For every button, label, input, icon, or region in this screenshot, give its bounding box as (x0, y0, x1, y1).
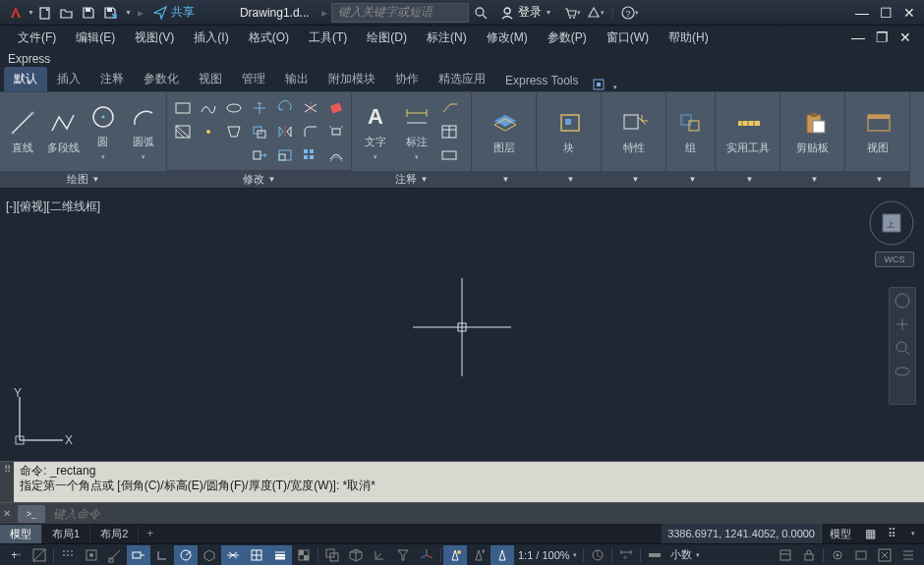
osnap-tracking-icon[interactable] (221, 545, 245, 565)
coordinates-readout[interactable]: 3386.6971, 1241.4052, 0.0000 (662, 524, 821, 543)
ribbon-tab-insert[interactable]: 插入 (47, 67, 90, 91)
tool-view[interactable]: 视图 (850, 96, 905, 167)
command-input[interactable] (49, 507, 924, 521)
autodesk-icon[interactable]: ▾ (584, 3, 607, 23)
grid-display-icon[interactable]: ▦ (859, 524, 881, 543)
ribbon-tab-parametric[interactable]: 参数化 (134, 67, 189, 91)
command-history[interactable]: 命令: _rectang 指定第一个角点或 [倒角(C)/标高(E)/圆角(F)… (14, 462, 924, 502)
ribbon-feature-icon[interactable] (588, 78, 609, 91)
panel-block-title[interactable]: ▼ (537, 171, 601, 188)
tool-line[interactable]: 直线 (4, 96, 42, 167)
units-dropdown-arrow[interactable]: ▾ (696, 551, 700, 559)
menu-param[interactable]: 参数(P) (538, 27, 597, 49)
ribbon-tab-annotate[interactable]: 注释 (90, 67, 134, 91)
tool-annot3[interactable] (438, 144, 462, 166)
tool-arc[interactable]: 圆弧▾ (124, 96, 162, 167)
autoscale-icon[interactable] (467, 545, 491, 565)
ortho-mode-icon[interactable] (150, 545, 174, 565)
qat-open-icon[interactable] (57, 3, 77, 23)
menu-help[interactable]: 帮助(H) (659, 27, 719, 49)
share-button[interactable]: 共享 (153, 4, 195, 21)
wcs-badge[interactable]: WCS (875, 252, 914, 267)
annotation-visibility-icon[interactable] (443, 545, 467, 565)
selection-filter-icon[interactable] (391, 545, 415, 565)
tool-polyline[interactable]: 多段线 (44, 96, 83, 167)
minimize-button[interactable]: — (851, 4, 873, 22)
tool-utilities[interactable]: 实用工具 (721, 96, 776, 167)
doc-restore-button[interactable]: ❐ (871, 28, 893, 46)
qat-save-icon[interactable] (79, 3, 98, 23)
tool-mirror[interactable] (273, 121, 297, 142)
menu-insert[interactable]: 插入(I) (184, 27, 238, 49)
tool-dimension[interactable]: 标注▾ (397, 96, 436, 167)
tool-stretch[interactable] (248, 144, 271, 166)
viewport-label[interactable]: [-][俯视][二维线框] (6, 198, 100, 215)
ribbon-tab-default[interactable]: 默认 (4, 67, 47, 91)
grid-settings-icon[interactable]: ⠿ (881, 524, 902, 543)
doc-minimize-button[interactable]: — (847, 28, 869, 46)
status-add-button[interactable]: +▫ (4, 545, 28, 565)
panel-modify-title[interactable]: 修改▼ (167, 170, 351, 188)
nav-zoom-icon[interactable] (894, 339, 911, 357)
cmd-handle-icon[interactable]: ⠿ (0, 464, 14, 475)
view-cube[interactable]: 上 (867, 198, 916, 248)
customization-icon[interactable] (896, 545, 920, 565)
nav-wheel-icon[interactable] (894, 292, 911, 310)
status-modelspace-icon[interactable] (28, 545, 51, 565)
quick-properties-icon[interactable] (774, 545, 797, 565)
tool-text[interactable]: A 文字▾ (356, 96, 395, 167)
tool-move[interactable] (248, 97, 271, 119)
workspace-switch-icon[interactable] (586, 545, 609, 565)
nav-orbit-icon[interactable] (894, 363, 911, 380)
panel-utilities-title[interactable]: ▼ (716, 171, 780, 188)
help-icon[interactable]: ?▾ (618, 3, 642, 23)
panel-layer-title[interactable]: ▼ (472, 171, 536, 188)
units-icon[interactable] (643, 545, 666, 565)
layout-tab-1[interactable]: 布局1 (42, 525, 90, 543)
annotation-scale-icon[interactable] (491, 545, 514, 565)
model-space-toggle[interactable]: 模型 (821, 524, 859, 543)
polar-tracking-icon[interactable] (174, 545, 198, 565)
lineweight-icon[interactable] (268, 545, 292, 565)
dynamic-input-icon[interactable] (127, 545, 150, 565)
drawing-canvas[interactable]: [-][俯视][二维线框] 上 WCS XY (0, 193, 924, 461)
menu-format[interactable]: 格式(O) (239, 27, 299, 49)
selection-cycling-icon[interactable] (320, 545, 344, 565)
grid-menu-icon[interactable]: ▾ (902, 524, 924, 543)
tool-ellipse[interactable] (222, 97, 246, 119)
nav-pan-icon[interactable] (894, 315, 911, 333)
tool-clipboard[interactable]: 剪贴板 (785, 96, 840, 167)
panel-group-title[interactable]: ▼ (666, 171, 715, 188)
ribbon-tab-addins[interactable]: 附加模块 (318, 67, 385, 91)
layout-add-button[interactable]: + (139, 525, 161, 542)
maximize-button[interactable]: ☐ (875, 4, 896, 22)
infer-constraints-icon[interactable] (103, 545, 127, 565)
autocad-logo[interactable] (8, 5, 24, 21)
isolate-objects-icon[interactable] (826, 545, 849, 565)
menu-tools[interactable]: 工具(T) (299, 27, 357, 49)
tool-copy[interactable] (248, 121, 271, 142)
tool-rotate[interactable] (273, 97, 297, 119)
panel-properties-title[interactable]: ▼ (602, 171, 665, 188)
menu-view[interactable]: 视图(V) (125, 27, 184, 49)
cmd-prompt-icon[interactable]: >_ (18, 505, 45, 523)
panel-view-title[interactable]: ▼ (845, 171, 909, 188)
osnap-2d-icon[interactable] (245, 545, 268, 565)
tool-offset[interactable] (324, 144, 348, 166)
ribbon-tab-manage[interactable]: 管理 (232, 67, 275, 91)
clean-screen-icon[interactable] (873, 545, 896, 565)
tool-erase[interactable] (324, 97, 348, 119)
tool-array[interactable] (299, 144, 322, 166)
tool-table[interactable] (438, 121, 462, 142)
tool-trim[interactable] (299, 97, 322, 119)
qat-saveas-icon[interactable] (100, 3, 120, 23)
ucs-icon[interactable]: XY (10, 387, 73, 453)
search-input[interactable]: 键入关键字或短语 (331, 3, 469, 23)
cmd-close-button[interactable]: ✕ (0, 508, 14, 519)
layout-tab-2[interactable]: 布局2 (90, 525, 139, 543)
navigation-bar[interactable] (889, 287, 916, 405)
login-button[interactable]: 登录 ▼ (500, 4, 552, 21)
tool-hatch[interactable] (171, 121, 195, 142)
snap-grid-icon[interactable] (56, 545, 80, 565)
tool-layer[interactable]: 图层 (477, 96, 532, 167)
